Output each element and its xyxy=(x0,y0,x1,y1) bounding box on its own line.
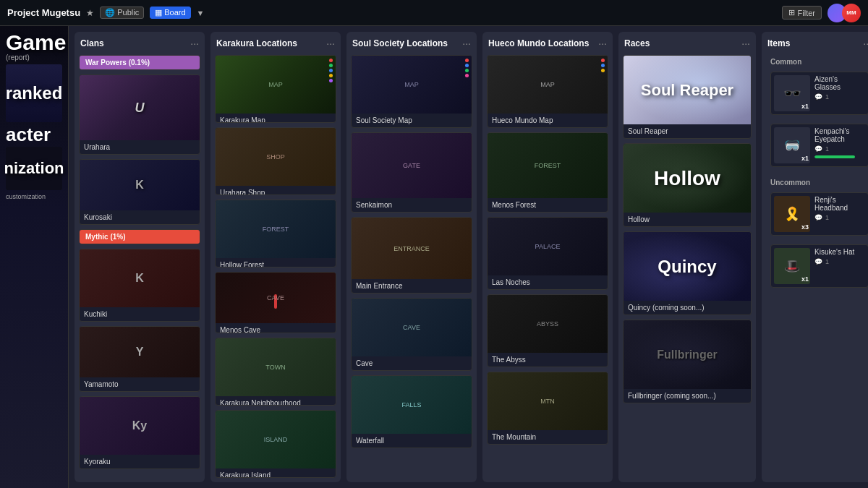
column-clans: Clans ··· War Powers (0.1%) U Urahara K xyxy=(75,32,205,482)
card-hollow-forest[interactable]: FOREST Hollow Forest xyxy=(215,200,336,267)
card-soul-map[interactable]: MAP Soul Society Map xyxy=(351,55,472,128)
col-title-races: Races xyxy=(624,38,650,48)
headband-icon: 🎗️ xyxy=(784,206,800,222)
col-title-hueco-mundo: Hueco Mundo Locations xyxy=(488,38,589,48)
col-cards-soul-society: MAP Soul Society Map GATE Senk xyxy=(346,52,477,482)
topbar: Project Mugetsu ★ 🌐 Public ▦ Board ▼ ⊞ F… xyxy=(0,0,868,26)
public-badge[interactable]: 🌐 Public xyxy=(100,7,144,19)
card-aizens-glasses[interactable]: 🕶️ x1 Aizen's Glasses 💬 1 xyxy=(770,72,868,115)
item-count-renji: x3 xyxy=(801,223,809,231)
item-img-aizens-glasses: 🕶️ x1 xyxy=(774,75,810,111)
card-label-urahara-shop: Urahara Shop xyxy=(216,186,336,195)
sidebar-customization-text: nization xyxy=(4,159,64,178)
card-label-soul-map: Soul Society Map xyxy=(352,114,472,127)
card-label-waterfall: Waterfall xyxy=(352,434,472,448)
comment-icon-kenpachi: 💬 xyxy=(814,145,822,153)
filter-button[interactable]: ⊞ Filter xyxy=(782,6,822,20)
col-menu-items[interactable]: ··· xyxy=(863,38,868,49)
card-abyss[interactable]: ABYSS The Abyss xyxy=(487,294,608,367)
sidebar-game-text: Game xyxy=(6,32,62,53)
column-races: Races ··· Soul Reaper Soul Reaper Holl xyxy=(618,32,756,482)
card-label-quincy: Quincy (coming soon...) xyxy=(624,301,751,314)
card-menos-cave[interactable]: CAVE Menos Cave xyxy=(215,272,336,333)
card-urahara[interactable]: U Urahara xyxy=(79,74,200,155)
card-hueco-map[interactable]: MAP Hueco Mundo Map xyxy=(487,55,608,128)
card-label-hollow: Hollow xyxy=(624,213,751,226)
card-label-hueco-map: Hueco Mundo Map xyxy=(488,114,608,127)
soul-reaper-overlay-text: Soul Reaper xyxy=(641,81,733,100)
card-urahara-shop[interactable]: SHOP Urahara Shop xyxy=(215,127,336,195)
item-count-aizens-glasses: x1 xyxy=(801,103,809,110)
card-kurosaki[interactable]: K Kurosaki xyxy=(79,159,200,225)
avatar-2[interactable]: MM xyxy=(842,4,861,22)
card-kenpachi-eyepatch[interactable]: 🥽 x1 Kenpachi's Eyepatch 💬 1 xyxy=(770,124,868,167)
item-name-aizens-glasses: Aizen's Glasses xyxy=(814,75,865,91)
card-las-noches[interactable]: PALACE Las Noches xyxy=(487,217,608,290)
card-label-menos-cave: Menos Cave xyxy=(216,323,336,333)
card-label-main-entrance: Main Entrance xyxy=(352,279,472,293)
item-img-renji: 🎗️ x3 xyxy=(774,196,810,232)
main-area: Game (report) ranked acter nization cust… xyxy=(0,26,868,488)
card-label-soul-reaper: Soul Reaper xyxy=(624,124,751,138)
mythic-tag: Mythic (1%) xyxy=(80,230,200,244)
comment-icon-aizens: 💬 xyxy=(814,93,822,100)
card-renji-headband[interactable]: 🎗️ x3 Renji's Headband 💬 1 xyxy=(770,192,868,236)
sidebar-ranked-text: ranked xyxy=(6,83,62,103)
star-icon[interactable]: ★ xyxy=(86,8,94,18)
col-menu-clans[interactable]: ··· xyxy=(190,38,199,49)
col-title-soul-society: Soul Society Locations xyxy=(352,38,448,48)
card-menos-forest[interactable]: FOREST Menos Forest xyxy=(487,132,608,213)
card-kyoraku[interactable]: Ky Kyoraku xyxy=(79,396,200,469)
card-karakura-island[interactable]: ISLAND Karakura Island xyxy=(215,410,336,478)
card-soul-reaper[interactable]: Soul Reaper Soul Reaper xyxy=(623,55,752,139)
col-menu-races[interactable]: ··· xyxy=(741,38,750,49)
card-label-karakura-island: Karakura Island xyxy=(216,468,336,478)
item-bar-fill-kenpachi xyxy=(814,155,855,158)
col-title-karakura: Karakura Locations xyxy=(216,38,297,48)
item-name-kisuke: Kisuke's Hat xyxy=(814,248,865,256)
chevron-icon[interactable]: ▼ xyxy=(197,9,205,17)
card-label-karakura-nb: Karakura Neighbourhood xyxy=(216,396,336,406)
column-karakura: Karakura Locations ··· MAP xyxy=(210,32,341,482)
card-kuchiki[interactable]: K Kuchiki xyxy=(79,249,200,322)
item-img-kisuke: 🎩 x1 xyxy=(774,248,810,284)
item-name-kenpachi: Kenpachi's Eyepatch xyxy=(814,127,865,143)
sidebar-hero-img: ranked xyxy=(6,64,62,122)
card-mountain[interactable]: MTN The Mountain xyxy=(487,372,608,445)
card-karakura-map[interactable]: MAP Karakura Map xyxy=(215,55,336,123)
card-main-entrance[interactable]: ENTRANCE Main Entrance xyxy=(351,217,472,294)
card-hollow[interactable]: Hollow Hollow xyxy=(623,143,752,227)
card-kisuke-hat[interactable]: 🎩 x1 Kisuke's Hat 💬 1 xyxy=(770,244,868,288)
card-war-powers[interactable]: War Powers (0.1%) xyxy=(79,55,200,70)
card-senkaimon[interactable]: GATE Senkaimon xyxy=(351,132,472,213)
card-cave-ss[interactable]: CAVE Cave xyxy=(351,298,472,371)
section-label-common: Common xyxy=(766,55,868,67)
col-cards-items: Common 🕶️ x1 Aizen's Glasses 💬 1 xyxy=(762,52,868,482)
hat-icon: 🎩 xyxy=(784,258,800,274)
col-menu-soul-society[interactable]: ··· xyxy=(462,38,471,49)
card-label-abyss: The Abyss xyxy=(488,353,608,367)
card-label-las-noches: Las Noches xyxy=(488,275,608,289)
item-bar-kenpachi xyxy=(814,155,865,158)
comment-count-kisuke: 1 xyxy=(825,258,829,265)
card-yamamoto[interactable]: Y Yamamoto xyxy=(79,326,200,392)
card-mythic[interactable]: Mythic (1%) xyxy=(79,229,200,244)
col-menu-karakura[interactable]: ··· xyxy=(326,38,335,49)
sidebar-customization-sub: customization xyxy=(6,193,62,200)
eyepatch-icon: 🥽 xyxy=(784,137,800,153)
card-karakura-nb[interactable]: TOWN Karakura Neighbourhood xyxy=(215,338,336,406)
quincy-overlay-text: Quincy xyxy=(658,257,716,277)
card-fullbringer[interactable]: Fullbringer Fullbringer (coming soon...) xyxy=(623,320,752,403)
card-label-menos-forest: Menos Forest xyxy=(488,198,608,212)
column-soul-society: Soul Society Locations ··· MAP xyxy=(346,32,477,482)
col-menu-hueco-mundo[interactable]: ··· xyxy=(598,38,607,49)
comment-count-renji: 1 xyxy=(825,214,829,221)
card-label-kurosaki: Kurosaki xyxy=(80,210,200,224)
board-badge[interactable]: ▦ Board xyxy=(150,7,190,19)
card-quincy[interactable]: Quincy Quincy (coming soon...) xyxy=(623,231,752,315)
sidebar-char-text: acter xyxy=(6,125,62,144)
topbar-title: Project Mugetsu xyxy=(7,7,80,18)
card-waterfall[interactable]: FALLS Waterfall xyxy=(351,375,472,448)
card-label-fullbringer: Fullbringer (coming soon...) xyxy=(624,389,751,403)
item-img-kenpachi: 🥽 x1 xyxy=(774,127,810,163)
